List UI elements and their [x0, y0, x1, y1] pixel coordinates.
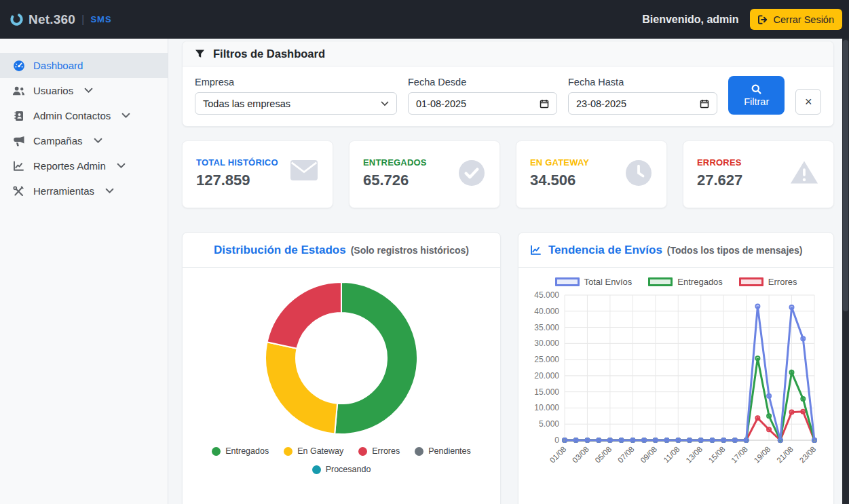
trend-point[interactable] [767, 414, 771, 418]
filtrar-button[interactable]: Filtrar [728, 76, 785, 115]
legend-item-entregados[interactable]: Entregados [648, 277, 723, 287]
legend-color-dot [212, 447, 221, 456]
trend-point[interactable] [778, 438, 782, 442]
stat-label: TOTAL HISTÓRICO [196, 157, 278, 168]
users-icon [12, 85, 25, 96]
trend-point[interactable] [597, 438, 601, 442]
legend-item-errores[interactable]: Errores [358, 446, 400, 456]
fecha-hasta-value: 23-08-2025 [576, 98, 626, 109]
trend-point[interactable] [563, 438, 567, 442]
trend-point[interactable] [574, 438, 578, 442]
trend-point[interactable] [755, 305, 759, 309]
sidebar-item-dashboard[interactable]: Dashboard [0, 53, 168, 78]
svg-text:07/08: 07/08 [616, 445, 636, 465]
fecha-desde-input[interactable]: 01-08-2025 [408, 92, 557, 115]
legend-item-pendientes[interactable]: Pendientes [415, 446, 471, 456]
trend-point[interactable] [608, 438, 612, 442]
trend-point[interactable] [744, 438, 749, 442]
trend-point[interactable] [676, 438, 680, 442]
stat-label: ENTREGADOS [363, 157, 427, 168]
chevron-down-icon [84, 88, 93, 94]
sidebar-item-reportes-admin[interactable]: Reportes Admin [0, 153, 168, 178]
trend-point[interactable] [733, 438, 737, 442]
fecha-hasta-label: Fecha Hasta [568, 77, 717, 88]
funnel-icon [195, 49, 205, 58]
filters-title: Filtros de Dashboard [213, 47, 325, 60]
legend-item-procesando[interactable]: Procesando [312, 465, 371, 474]
sidebar-item-campanas[interactable]: Campañas [0, 128, 168, 153]
legend-label: Errores [768, 277, 797, 287]
legend-color-dot [284, 447, 293, 456]
logout-icon [758, 15, 768, 24]
empresa-select[interactable]: Todas las empresas [195, 92, 397, 115]
legend-label: Procesando [326, 465, 371, 474]
trend-point[interactable] [755, 356, 759, 360]
donut-slice-en-gateway[interactable] [265, 342, 337, 433]
fecha-hasta-input[interactable]: 23-08-2025 [568, 92, 717, 115]
trend-point[interactable] [767, 427, 771, 431]
stat-value: 27.627 [697, 172, 742, 189]
trend-point[interactable] [699, 438, 703, 442]
trend-point[interactable] [767, 394, 771, 398]
trend-point[interactable] [630, 438, 635, 442]
trend-point[interactable] [789, 305, 793, 309]
legend-item-en-gateway[interactable]: En Gateway [284, 446, 343, 456]
trend-point[interactable] [664, 438, 668, 442]
brand[interactable]: Net.360 | SMS [10, 12, 112, 27]
svg-text:0: 0 [554, 435, 559, 445]
filtrar-label: Filtrar [744, 96, 769, 107]
legend-label: Entregados [225, 446, 269, 456]
stat-card-total-historico: TOTAL HISTÓRICO 127.859 [182, 140, 333, 208]
sidebar-item-usuarios[interactable]: Usuarios [0, 78, 168, 103]
brand-separator: | [81, 13, 84, 26]
trend-point[interactable] [755, 416, 759, 420]
trend-point[interactable] [721, 438, 725, 442]
donut-slice-errores[interactable] [267, 282, 341, 349]
trend-point[interactable] [687, 438, 692, 442]
logout-label: Cerrar Sesión [774, 14, 834, 25]
status-distribution-card: Distribución de Estados (Solo registros … [182, 232, 501, 504]
sidebar-item-herramientas[interactable]: Herramientas [0, 178, 168, 203]
trend-point[interactable] [654, 438, 658, 442]
trend-point[interactable] [789, 370, 793, 374]
legend-color-dot [312, 465, 321, 474]
sidebar-item-admin-contactos[interactable]: Admin Contactos [0, 103, 168, 128]
svg-text:01/08: 01/08 [548, 445, 568, 465]
trend-legend: Total Envíos Entregados Errores [518, 277, 833, 287]
tools-icon [12, 186, 25, 197]
chevron-down-icon [117, 163, 126, 169]
page-scrollbar[interactable] [842, 39, 849, 504]
legend-color-dot [358, 447, 367, 456]
legend-item-total-envios[interactable]: Total Envíos [555, 277, 633, 287]
trend-point[interactable] [789, 410, 793, 414]
gauge-icon [12, 60, 25, 72]
trend-point[interactable] [801, 336, 805, 341]
legend-color-swatch [739, 277, 763, 286]
search-icon [751, 84, 761, 94]
sidebar-item-label: Reportes Admin [33, 160, 106, 172]
trend-point[interactable] [812, 438, 816, 442]
svg-text:05/08: 05/08 [593, 445, 613, 465]
stat-card-en-gateway: EN GATEWAY 34.506 [516, 140, 667, 208]
legend-item-entregados[interactable]: Entregados [212, 446, 269, 456]
sidebar-item-label: Herramientas [33, 185, 94, 197]
scrollbar-thumb[interactable] [843, 40, 848, 311]
legend-color-swatch [555, 277, 580, 286]
donut-slice-entregados[interactable] [335, 282, 417, 434]
trend-point[interactable] [801, 397, 805, 401]
trend-point[interactable] [801, 410, 805, 414]
logout-button[interactable]: Cerrar Sesión [750, 9, 842, 30]
sidebar-item-label: Dashboard [33, 60, 83, 71]
chart-line-icon [530, 245, 542, 256]
donut-legend: Entregados En Gateway Errores Pendientes… [183, 446, 500, 474]
chevron-down-icon [121, 113, 130, 119]
clear-filters-button[interactable]: × [795, 89, 821, 115]
trend-point[interactable] [620, 438, 624, 442]
trend-point[interactable] [585, 438, 589, 442]
legend-label: En Gateway [297, 446, 343, 456]
legend-item-errores[interactable]: Errores [739, 277, 797, 287]
chevron-down-icon [381, 101, 389, 106]
trend-point[interactable] [710, 438, 714, 442]
trend-point[interactable] [642, 438, 646, 442]
sidebar-item-label: Usuarios [33, 85, 73, 96]
